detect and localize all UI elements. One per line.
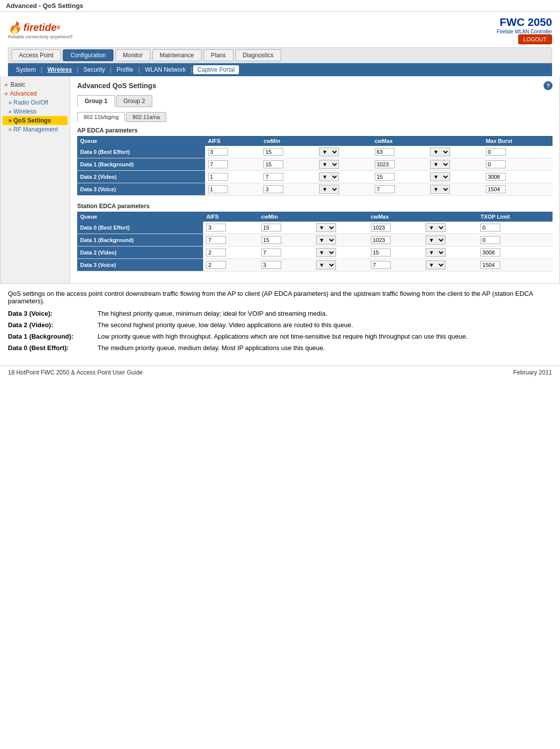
sidebar-item-advanced[interactable]: » Advanced [2,89,68,98]
content-header: Advanced QoS Settings ? [77,81,553,90]
sidebar-item-basic[interactable]: » Basic [2,80,68,89]
ap-edca-section: AP EDCA parameters Queue AIFS cwMin cwMa… [77,127,553,196]
queue-label: Data 2 (Video) [77,171,205,183]
sidebar-item-wireless[interactable]: » Wireless [2,107,68,116]
cwmin-input[interactable] [258,259,313,271]
aifs-input[interactable] [205,171,261,183]
col-cwmin: cwMin [258,212,368,222]
cwmax-input[interactable] [368,234,423,247]
nav-configuration[interactable]: Configuration [63,49,113,61]
main-content: » Basic » Advanced » Radio On/Off » Wire… [0,76,560,284]
txop-input[interactable] [477,222,553,234]
sidebar: » Basic » Advanced » Radio On/Off » Wire… [0,76,70,283]
cwmin-arrow[interactable]: ▼ [313,259,368,271]
aifs-input[interactable] [203,259,258,271]
aifs-input[interactable] [203,234,258,247]
group-tabs: Group 1 Group 2 [77,95,553,107]
cwmin-input[interactable] [260,171,316,183]
cwmin-input[interactable] [258,234,313,247]
cwmax-arrow[interactable]: ▼ [427,171,483,183]
col-aifs: AIFS [205,136,261,146]
group-tab-2[interactable]: Group 2 [116,95,152,107]
sidebar-item-qos-settings[interactable]: » QoS Settings [2,116,68,125]
burst-input[interactable] [483,146,553,158]
aifs-input[interactable] [205,158,261,171]
cwmin-input[interactable] [258,222,313,234]
protocol-tab-an[interactable]: 802.11a/na [126,112,166,122]
cwmax-arrow[interactable]: ▼ [423,234,477,247]
cwmin-input[interactable] [258,247,313,259]
queue-label: Data 3 (Voice) [77,259,203,271]
burst-input[interactable] [483,183,553,196]
cwmin-arrow[interactable]: ▼ [313,234,368,247]
table-row: Data 0 (Best Effort) ▼ ▼ [77,146,553,158]
cwmax-input[interactable] [372,171,428,183]
sub-nav-wlan-network[interactable]: WLAN Network [141,65,190,74]
logout-button[interactable]: LOGOUT [518,34,552,44]
protocol-tab-bgn[interactable]: 802.11b/bg/ng [77,112,125,122]
desc-def: The highest priority queue, minimum dela… [98,310,552,317]
logo-tagline: Reliable connectivity anywhere® [8,34,73,39]
desc-def: Low priority queue with high throughput.… [98,333,552,340]
cwmin-arrow[interactable]: ▼ [316,183,372,196]
queue-label: Data 1 (Background) [77,234,203,247]
cwmax-arrow[interactable]: ▼ [423,247,477,259]
logo-firetide: 🔥 firetide ® [8,21,60,34]
sub-nav-security[interactable]: Security [80,65,109,74]
cwmin-input[interactable] [260,183,316,196]
sub-nav-captive-portal[interactable]: Captive Portal [193,65,238,74]
col-txop: TXOP Limit [477,212,553,222]
cwmax-arrow[interactable]: ▼ [423,259,477,271]
ap-edca-title: AP EDCA parameters [77,127,553,134]
sub-nav-system[interactable]: System [12,65,40,74]
burst-input[interactable] [483,158,553,171]
cwmin-arrow[interactable]: ▼ [313,222,368,234]
cwmin-input[interactable] [260,146,316,158]
sidebar-item-rf-management[interactable]: » RF Management [2,125,68,134]
cwmin-arrow[interactable]: ▼ [316,146,372,158]
top-nav: Access Point Configuration Monitor Maint… [8,47,552,63]
aifs-input[interactable] [203,222,258,234]
footer-right: February 2011 [513,369,552,376]
col-cwmax: cwMax [372,136,483,146]
aifs-input[interactable] [205,146,261,158]
nav-plans[interactable]: Plans [204,49,233,61]
cwmin-arrow[interactable]: ▼ [316,171,372,183]
cwmax-arrow[interactable]: ▼ [427,146,483,158]
nav-access-point[interactable]: Access Point [11,49,61,61]
col-maxburst: Max Burst [483,136,553,146]
txop-input[interactable] [477,234,553,247]
arrow-icon: » [4,90,8,97]
txop-input[interactable] [477,247,553,259]
cwmax-input[interactable] [372,146,428,158]
description-area: QoS settings on the access point control… [0,284,560,362]
station-edca-table: Queue AIFS cwMin cwMax TXOP Limit Data 0… [77,212,553,271]
sidebar-item-radio-onoff[interactable]: » Radio On/Off [2,98,68,107]
cwmin-input[interactable] [260,158,316,171]
nav-monitor[interactable]: Monitor [115,49,150,61]
cwmax-arrow[interactable]: ▼ [427,158,483,171]
aifs-input[interactable] [203,247,258,259]
cwmax-arrow[interactable]: ▼ [423,222,477,234]
cwmax-input[interactable] [368,222,423,234]
nav-maintenance[interactable]: Maintenance [152,49,202,61]
burst-input[interactable] [483,171,553,183]
nav-diagnostics[interactable]: Diagnostics [235,49,281,61]
txop-input[interactable] [477,259,553,271]
aifs-input[interactable] [205,183,261,196]
help-icon[interactable]: ? [544,81,553,90]
cwmin-arrow[interactable]: ▼ [316,158,372,171]
content-area: Advanced QoS Settings ? Group 1 Group 2 … [70,76,560,283]
cwmin-arrow[interactable]: ▼ [313,247,368,259]
cwmax-input[interactable] [372,183,428,196]
group-tab-1[interactable]: Group 1 [77,95,115,107]
cwmax-input[interactable] [368,259,423,271]
cwmax-arrow[interactable]: ▼ [427,183,483,196]
sub-nav-profile[interactable]: Profile [112,65,137,74]
queue-label: Data 2 (Video) [77,247,203,259]
queue-label: Data 0 (Best Effort) [77,146,205,158]
sub-nav-wireless[interactable]: Wireless [43,65,76,74]
table-row: Data 2 (Video) ▼ ▼ [77,171,553,183]
cwmax-input[interactable] [368,247,423,259]
cwmax-input[interactable] [372,158,428,171]
